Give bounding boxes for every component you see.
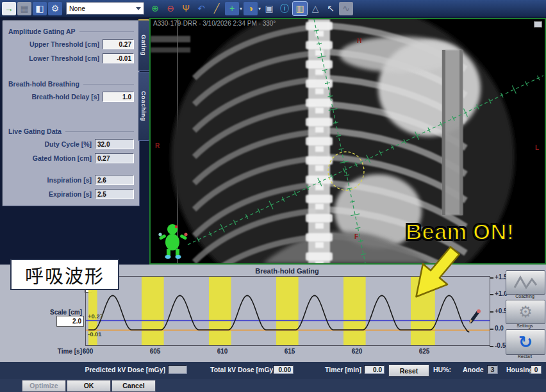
gantry-icon[interactable]: △ [308, 2, 322, 15]
parameter-field[interactable]: 32.0 [95, 139, 134, 149]
panel-section: Breath-hold BreathingBreath-hold Delay [… [3, 80, 139, 102]
save-icon[interactable]: ▦ [17, 2, 31, 15]
y-tick-label: -0.5 [495, 342, 506, 349]
tab-coaching-label: Coaching [140, 91, 147, 121]
tab-gating[interactable]: Gating [138, 19, 150, 71]
coaching-button[interactable] [506, 270, 545, 295]
section-header: Live Gating Data [8, 127, 62, 135]
dialog-footer: OptimizeOKCancel [0, 379, 546, 392]
ruler-icon[interactable]: ╱ [210, 2, 224, 15]
reset-button-label: Reset [400, 367, 418, 375]
capture-save-icon[interactable]: ▣ [262, 2, 276, 15]
dose-status-bar: Predicted kV Dose [mGy] Total kV Dose [m… [0, 362, 546, 379]
waveform-zigzag-icon [513, 275, 538, 290]
window-level-icon[interactable]: ▥ [293, 2, 307, 15]
breathing-waveform-callout-text: 呼吸波形 [25, 261, 104, 288]
viewer-minimize-button[interactable] [534, 21, 542, 28]
scale-input[interactable]: 2.0 [56, 316, 84, 327]
preset-dropdown[interactable]: None [66, 2, 144, 15]
toolbar-group-file: →▦◧⚙ [1, 2, 63, 15]
beam-on-status-text: Beam ON! [406, 219, 514, 245]
parameter-label: Gated Motion [cm] [33, 154, 92, 162]
zoom-in-icon[interactable]: ⊕ [148, 2, 162, 15]
undo-icon[interactable]: ↶ [194, 2, 208, 15]
orientation-label-left: L [535, 144, 539, 151]
settings-button-label: Settings [506, 323, 544, 328]
parameter-row: Duty Cycle [%]32.0 [3, 139, 134, 149]
curve-pointer-icon[interactable]: ↖ [324, 2, 338, 15]
orientation-label-head: H [357, 37, 361, 44]
x-tick-label: 620 [352, 348, 363, 355]
coaching-button-label: Coaching [506, 294, 544, 298]
predicted-dose-label: Predicted kV Dose [mGy] [76, 366, 165, 373]
optimize-button: Optimize [22, 380, 66, 392]
parameter-row: Upper Threshold [cm]0.27 [3, 39, 134, 49]
panel-section: Live Gating DataDuty Cycle [%]32.0Gated … [3, 127, 139, 199]
restart-button[interactable]: ↻ [506, 329, 545, 355]
zoom-out-icon[interactable]: ⊖ [163, 2, 178, 15]
gating-parameters-panel: Amplitude Gating APUpper Threshold [cm]0… [3, 20, 140, 206]
info-icon[interactable]: ⓘ [277, 2, 292, 15]
gear-icon: ⚙ [518, 303, 533, 321]
patient-orientation-figure-icon [158, 223, 188, 259]
pencil-cursor-icon [467, 309, 481, 325]
predicted-dose-field [168, 365, 187, 374]
palette-icon-dropdown-arrow[interactable]: ▾ [258, 6, 261, 12]
orientation-label-right: R [155, 142, 160, 149]
parameter-label: Lower Threshold [cm] [29, 54, 99, 62]
waveform-tool-icon[interactable]: ∿ [339, 2, 353, 15]
parameter-field[interactable]: -0.01 [103, 53, 134, 63]
preset-dropdown-value: None [69, 4, 85, 12]
move-image-icon-dropdown-arrow[interactable]: ▾ [240, 6, 242, 12]
gating-window-bar [142, 277, 164, 345]
parameter-field[interactable]: 1.0 [103, 92, 134, 102]
gating-window-bar [343, 277, 366, 345]
hu-percent-label: HU%: [433, 366, 451, 373]
y-tick-label: 0.0 [495, 325, 504, 332]
move-image-icon[interactable]: + [225, 2, 239, 15]
gating-window-bar [209, 277, 231, 345]
parameter-field[interactable]: 0.27 [95, 153, 134, 163]
total-dose-label: Total kV Dose [mGy] [210, 366, 270, 373]
image-header-text: A330-179-DRR - 3/10/2026 2:34 PM - 330° [153, 20, 276, 27]
parameter-label: Upper Threshold [cm] [29, 40, 99, 48]
palette-icon[interactable]: ◑ [244, 2, 258, 15]
gear-icon[interactable]: ⚙ [48, 2, 62, 15]
timer-label: Timer [min] [319, 366, 361, 373]
tab-gating-label: Gating [140, 35, 147, 56]
timer-field[interactable]: 0.0 [364, 365, 385, 374]
footer-button-group: OptimizeOKCancel [22, 380, 156, 392]
ok-button[interactable]: OK [67, 380, 111, 392]
restart-button-label: Restart [506, 354, 544, 359]
x-tick-label: 625 [419, 348, 430, 355]
gating-window-bar [276, 277, 299, 345]
housing-field[interactable]: 0 [531, 365, 542, 374]
parameter-row: Gated Motion [cm]0.27 [3, 153, 134, 163]
patient-open-icon[interactable]: → [2, 2, 16, 15]
panel-section: Amplitude Gating APUpper Threshold [cm]0… [3, 28, 139, 63]
tab-coaching[interactable]: Coaching [138, 72, 150, 141]
section-header: Breath-hold Breathing [8, 80, 79, 88]
reset-button[interactable]: Reset [388, 364, 429, 377]
main-toolbar: →▦◧⚙ None ⊕⊖Ψ↶╱+▾◑▾▣ⓘ▥△↖∿ [0, 0, 546, 17]
drr-image-viewport[interactable]: A330-179-DRR - 3/10/2026 2:34 PM - 330° … [149, 18, 546, 265]
anode-label: Anode [463, 366, 484, 373]
housing-label: Housing [506, 366, 533, 373]
parameter-row: Breath-hold Delay [s]1.0 [3, 92, 134, 102]
pan-hand-icon[interactable]: Ψ [179, 2, 193, 15]
x-tick-label: 605 [150, 348, 161, 355]
breathing-waveform-callout: 呼吸波形 [10, 259, 119, 290]
parameter-row: Expiration [s]2.5 [3, 189, 134, 199]
anode-field[interactable]: 3 [487, 365, 498, 374]
parameter-field[interactable]: 2.5 [95, 189, 134, 199]
section-header: Amplitude Gating AP [8, 28, 76, 35]
parameter-field[interactable]: 2.6 [95, 175, 134, 185]
parameter-row: Inspiration [s]2.6 [3, 175, 134, 185]
parameter-field[interactable]: 0.27 [103, 39, 134, 49]
settings-button[interactable]: ⚙ [506, 300, 545, 324]
total-dose-field: 0.00 [273, 365, 294, 374]
cancel-button[interactable]: Cancel [112, 380, 156, 392]
time-axis-label: Time [s] [18, 348, 82, 355]
contrast-icon[interactable]: ◧ [33, 2, 47, 15]
parameter-label: Expiration [s] [49, 190, 92, 198]
